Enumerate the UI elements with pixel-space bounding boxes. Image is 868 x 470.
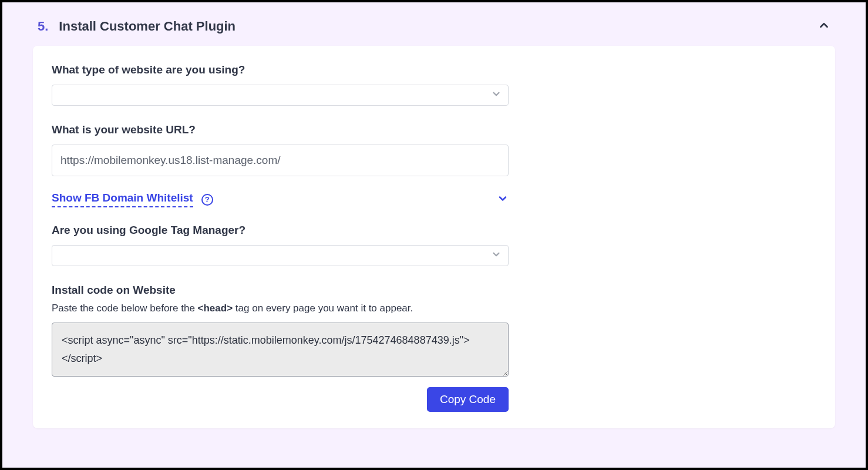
form-card: What type of website are you using? What… — [33, 46, 835, 428]
code-snippet-box[interactable]: <script async="async" src="https://stati… — [52, 323, 509, 377]
whitelist-left: Show FB Domain Whitelist ? — [52, 192, 213, 207]
hint-post: tag on every page you want it to appear. — [233, 303, 413, 314]
website-type-select[interactable] — [52, 85, 509, 106]
show-whitelist-link[interactable]: Show FB Domain Whitelist — [52, 192, 193, 207]
accordion-header[interactable]: 5. Install Customer Chat Plugin — [33, 16, 835, 46]
install-code-label: Install code on Website — [52, 284, 509, 297]
install-code-hint: Paste the code below before the <head> t… — [52, 303, 509, 314]
form-column: What type of website are you using? What… — [52, 63, 509, 412]
chevron-down-icon[interactable] — [497, 193, 509, 207]
website-type-select-wrap — [52, 85, 509, 106]
step-number: 5. — [38, 19, 48, 34]
whitelist-row: Show FB Domain Whitelist ? — [52, 192, 509, 207]
accordion-title-wrap: 5. Install Customer Chat Plugin — [38, 19, 235, 34]
gtm-select-wrap — [52, 245, 509, 266]
page-background: 5. Install Customer Chat Plugin What typ… — [2, 2, 866, 468]
gtm-select[interactable] — [52, 245, 509, 266]
gtm-label: Are you using Google Tag Manager? — [52, 224, 509, 237]
hint-pre: Paste the code below before the — [52, 303, 198, 314]
website-url-input[interactable] — [52, 145, 509, 176]
hint-tag: <head> — [198, 303, 233, 314]
website-type-label: What type of website are you using? — [52, 63, 509, 76]
website-url-label: What is your website URL? — [52, 123, 509, 136]
help-icon[interactable]: ? — [201, 194, 213, 206]
button-row: Copy Code — [52, 387, 509, 412]
copy-code-button[interactable]: Copy Code — [427, 387, 509, 412]
chevron-up-icon[interactable] — [817, 19, 830, 34]
step-title: Install Customer Chat Plugin — [59, 19, 235, 34]
